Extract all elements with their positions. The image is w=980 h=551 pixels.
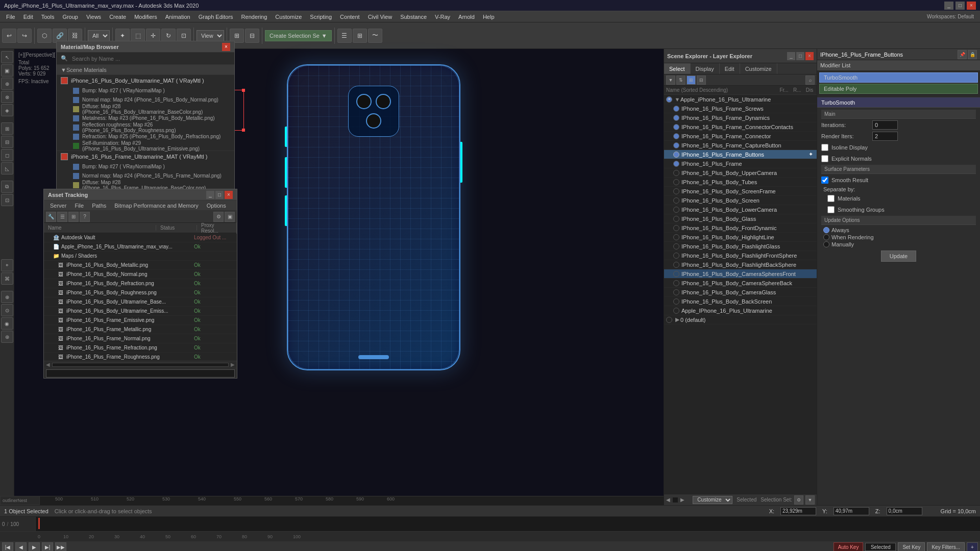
ts-radio-manually[interactable]: Manually <box>823 241 974 247</box>
at-tool-5[interactable]: ⚙ <box>213 212 224 222</box>
tree-item-back-screen[interactable]: IPhone_16_Plus_Body_BackScreen <box>664 297 817 306</box>
ts-smoothing-groups-checkbox[interactable] <box>827 206 835 213</box>
tree-item-screws[interactable]: IPhone_16_Plus_Frame_Screws <box>664 104 817 113</box>
when-rendering-radio[interactable] <box>823 234 829 240</box>
play-btn[interactable]: ▶ <box>29 542 40 551</box>
at-map-4[interactable]: 🖼 iPhone_16_Plus_Body_Roughness.png Ok <box>44 288 237 297</box>
tree-item-lower-camera[interactable]: IPhone_16_Plus_Body_LowerCamera <box>664 205 817 214</box>
menu-substance[interactable]: Substance <box>396 13 431 21</box>
ts-explicit-normals-checkbox[interactable] <box>821 155 828 162</box>
ts-header[interactable]: TurboSmooth <box>817 97 980 108</box>
menu-vray[interactable]: V-Ray <box>431 13 454 21</box>
key-filters-btn[interactable]: Key Filters... <box>927 542 965 551</box>
menu-customize[interactable]: Customize <box>271 13 306 21</box>
menu-tools[interactable]: Tools <box>37 13 59 21</box>
menu-content[interactable]: Content <box>336 13 364 21</box>
at-map-6[interactable]: 🖼 iPhone_16_Plus_Body_Ultramarine_Emiss.… <box>44 307 237 316</box>
visibility-icon[interactable] <box>673 115 679 121</box>
title-controls[interactable]: _ □ × <box>944 2 976 10</box>
mb-map-1-5[interactable]: Reflection roughness: Map #26 (iPhone_16… <box>57 123 234 132</box>
create-selection-btn[interactable]: Create Selection Se ▼ <box>265 30 332 41</box>
visibility-icon[interactable] <box>673 106 679 112</box>
tree-item-apple-iphone[interactable]: Apple_IPhone_16_Plus_Ultramarine <box>664 306 817 315</box>
props-lock-btn[interactable]: 🔒 <box>968 50 977 59</box>
at-map-1[interactable]: 🖼 iPhone_16_Plus_Body_Metallic.png Ok <box>44 261 237 270</box>
left-tool-10[interactable]: ⧉ <box>1 181 13 193</box>
se-maximize-btn[interactable]: □ <box>796 52 804 60</box>
left-tool-2[interactable]: ▣ <box>1 64 13 77</box>
menu-arnold[interactable]: Arnold <box>454 13 479 21</box>
set-key-btn[interactable]: Set Key <box>898 542 925 551</box>
x-coord-input[interactable] <box>780 507 816 515</box>
mb-scene-materials-header[interactable]: ▼ Scene Materials <box>57 65 234 75</box>
ts-update-btn[interactable]: Update <box>881 251 916 262</box>
at-minimize-btn[interactable]: _ <box>206 191 214 199</box>
tree-item-glass[interactable]: IPhone_16_Plus_Body_Glass <box>664 214 817 223</box>
at-map-9[interactable]: 🖼 iPhone_16_Plus_Frame_Normal.png Ok <box>44 334 237 343</box>
menu-group[interactable]: Group <box>58 13 82 21</box>
at-maximize-btn[interactable]: □ <box>215 191 224 199</box>
mb-map-1-3[interactable]: Diffuse: Map #28 (iPhone_16_Plus_Body_Ul… <box>57 105 234 114</box>
at-map-8[interactable]: 🖼 iPhone_16_Plus_Frame_Metallic.png Ok <box>44 325 237 334</box>
tree-item-flashlight-front[interactable]: IPhone_16_Plus_Body_FlashlightFrontSpher… <box>664 251 817 260</box>
y-coord-input[interactable] <box>834 507 869 515</box>
tree-item-root[interactable]: 👁 ▼ Apple_iPhone_16_Plus_Ultramarine <box>664 95 817 104</box>
left-tool-5[interactable]: ◈ <box>1 104 13 116</box>
minimize-btn[interactable]: _ <box>944 2 953 10</box>
se-filter-btn[interactable]: ▼ <box>666 76 675 85</box>
left-tool-4[interactable]: ⊗ <box>1 91 13 103</box>
mb-mat-2-header[interactable]: iPhone_16_Plus_Frame_Ultramarine_MAT ( V… <box>57 151 234 162</box>
at-menu-options[interactable]: Options <box>203 203 230 209</box>
at-path-input[interactable] <box>46 369 235 378</box>
se-search-btn[interactable]: ⌕ <box>805 76 815 85</box>
visibility-icon[interactable] <box>673 152 679 158</box>
left-tool-15[interactable]: ⊙ <box>1 304 13 316</box>
tree-item-highlight-line[interactable]: IPhone_16_Plus_Body_HighlightLine <box>664 233 817 242</box>
se-tab-display[interactable]: Display <box>691 63 720 74</box>
tree-item-screen[interactable]: IPhone_16_Plus_Body_Screen <box>664 196 817 205</box>
ts-radio-always[interactable]: Always <box>823 227 974 233</box>
se-collapse-btn[interactable]: ⊟ <box>697 76 706 85</box>
visibility-icon[interactable] <box>673 142 679 148</box>
select-obj-btn[interactable]: ⬡ <box>37 29 52 43</box>
at-tool-6[interactable]: ▣ <box>225 212 235 222</box>
ts-smooth-result-checkbox[interactable] <box>821 177 828 184</box>
mb-map-2-1[interactable]: Bump: Map #27 ( VRayNormalMap ) <box>57 162 234 171</box>
left-tool-9[interactable]: ◺ <box>1 162 13 174</box>
at-menu-bitmap[interactable]: Bitmap Performance and Memory <box>110 203 202 209</box>
play-prev-btn[interactable]: |◀ <box>2 542 13 551</box>
z-coord-input[interactable] <box>887 507 922 515</box>
timeline-track[interactable] <box>36 517 980 531</box>
at-close-btn[interactable]: × <box>225 191 233 199</box>
ts-materials-checkbox[interactable] <box>827 195 835 202</box>
mb-map-1-1[interactable]: Bump: Map #27 ( VRayNormalMap ) <box>57 86 234 95</box>
mb-search-input[interactable] <box>72 56 230 62</box>
left-tool-14[interactable]: ⊕ <box>1 291 13 303</box>
tree-item-connector[interactable]: IPhone_16_Plus_Frame_Connector <box>664 132 817 141</box>
left-tool-12[interactable]: ⌖ <box>1 259 13 271</box>
left-tool-16[interactable]: ◉ <box>1 317 13 330</box>
menu-rendering[interactable]: Rendering <box>237 13 272 21</box>
at-menu-paths[interactable]: Paths <box>88 203 110 209</box>
tree-item-front-dynamic[interactable]: IPhone_16_Plus_Body_FrontDynamic <box>664 223 817 233</box>
se-tab-select[interactable]: Select <box>664 63 691 74</box>
view-dropdown[interactable]: View <box>197 30 224 41</box>
at-item-maps-section[interactable]: 📁 Maps / Shaders <box>44 252 237 261</box>
props-pin-btn[interactable]: 📌 <box>958 50 967 59</box>
tree-item-upper-camera[interactable]: IPhone_16_Plus_Body_UpperCamera <box>664 168 817 178</box>
tree-item-connector-contacts[interactable]: IPhone_16_Plus_Frame_ConnectorContacts <box>664 122 817 132</box>
tree-item-flashlight-back[interactable]: IPhone_16_Plus_Body_FlashlightBackSphere <box>664 260 817 269</box>
tree-item-dynamics[interactable]: IPhone_16_Plus_Frame_Dynamics <box>664 113 817 122</box>
menu-create[interactable]: Create <box>105 13 130 21</box>
mb-map-1-7[interactable]: Self-illumination: Map #29 (iPhone_16_Pl… <box>57 141 234 151</box>
at-map-7[interactable]: 🖼 iPhone_16_Plus_Frame_Emissive.png Ok <box>44 316 237 325</box>
modifier-editable-poly[interactable]: Editable Poly <box>819 84 978 94</box>
at-scroll-right[interactable]: ▶ <box>231 362 235 367</box>
tree-item-camera-sphere-back[interactable]: IPhone_16_Plus_Body_CameraSphereBack <box>664 279 817 288</box>
menu-help[interactable]: Help <box>479 13 499 21</box>
se-close-btn[interactable]: × <box>805 52 814 60</box>
se-view-select[interactable]: Customize <box>693 496 732 504</box>
redo-btn[interactable]: ↪ <box>17 29 32 43</box>
at-map-2[interactable]: 🖼 iPhone_16_Plus_Body_Normal.png Ok <box>44 270 237 279</box>
at-tool-4[interactable]: ? <box>80 212 90 222</box>
